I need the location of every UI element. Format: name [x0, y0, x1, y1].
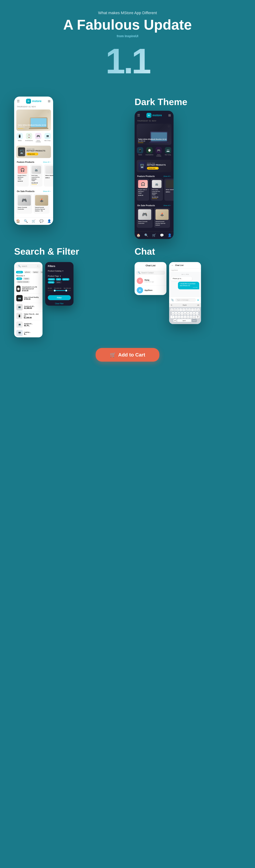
notebook-3[interactable]: 💻 Notebook... $2,78... [14, 320, 42, 329]
on-sale-show-all[interactable]: Show All > [43, 190, 51, 192]
key-w[interactable]: w [173, 308, 176, 311]
key-m[interactable]: m [193, 315, 195, 318]
dark-nav-profile[interactable]: 👤 [168, 234, 171, 237]
dark-cat-tablets[interactable]: 📱 Tablets [136, 147, 144, 157]
filter-product-smartwatch[interactable]: ⌚ Smartwatch 2.0 LTE Wifi Waterproof $72… [14, 284, 42, 293]
key-t[interactable]: t [182, 308, 185, 311]
key-x[interactable]: x [178, 315, 181, 318]
dark-nav-cart[interactable]: 🛒 [152, 234, 156, 237]
search-clear-icon[interactable]: ✕ [37, 265, 39, 267]
dark-feature-show-all[interactable]: Show All > [163, 176, 171, 177]
key-h[interactable]: h [187, 312, 189, 315]
key-o[interactable]: o [194, 308, 197, 311]
dark-nav-search[interactable]: 🔍 [144, 234, 148, 237]
key-p[interactable]: p [197, 308, 199, 311]
category-tablets[interactable]: 📱 Tablets [15, 133, 24, 143]
filter-catalog-label[interactable]: Product Catalog ▼ [48, 270, 71, 272]
key-y[interactable]: y [185, 308, 188, 311]
suggestion-thank[interactable]: thank [173, 304, 196, 306]
dark-cat-smartwatches[interactable]: ⌚ Smartwatches [146, 147, 154, 157]
recent-tablet[interactable]: Tablet [23, 277, 30, 280]
category-game-consoles[interactable]: 🎮 Game Consoles [34, 133, 42, 143]
key-g[interactable]: g [184, 312, 186, 315]
chat-item-appstore[interactable]: A AppStore [135, 286, 166, 295]
dark-nav-home[interactable]: 🏠 [136, 234, 140, 237]
key-shift[interactable]: ⇧ [170, 315, 174, 318]
add-to-cart-button[interactable]: 🛒 Add to Cart [96, 348, 159, 362]
dark-grid-icon[interactable]: ⊞ [168, 114, 171, 117]
notebook-1[interactable]: 💻 Notebook Bl... $1,999.00 [14, 303, 42, 312]
category-smartwatches[interactable]: ⌚ Smartwatches [25, 133, 33, 143]
dark-product-white[interactable]: White SMART $559.0 [164, 179, 173, 201]
nav-chat-icon[interactable]: 💬 [39, 219, 43, 223]
sale-card-controller[interactable]: 🎮 Game Console Controller [16, 194, 32, 214]
laptop-item[interactable]: 🖥️ Laptop... $... [14, 329, 42, 337]
key-e[interactable]: e [177, 308, 179, 311]
attach-icon[interactable]: 📎 [171, 299, 174, 301]
dark-cat-game[interactable]: 🎮 Game Consoles [155, 147, 163, 157]
filter-button[interactable]: Filter [48, 295, 71, 300]
key-c[interactable]: c [181, 315, 183, 318]
dark-cat-mac[interactable]: 💻 Mac Comp. [164, 147, 172, 157]
dark-menu-icon[interactable]: ☰ [137, 114, 140, 117]
key-return[interactable]: return [192, 319, 197, 322]
tag-laptop[interactable]: laptop [32, 271, 39, 273]
key-z[interactable]: z [175, 315, 178, 318]
dark-product-headphones[interactable]: 🎧 Purple Solo 2 Wireless - TONY $248.00 [137, 179, 149, 201]
product-card-printer[interactable]: 🖨️ Full Color LaserJet Pro M452dh - TONY… [30, 164, 42, 187]
send-icon[interactable]: ➤ [197, 299, 199, 301]
filter-tag-tablet[interactable]: tablet [55, 281, 62, 283]
dark-product-printer[interactable]: 🖨️ Full Color LaserJet Pro M452dh - TONY… [151, 179, 163, 201]
filter-tags-label[interactable]: Product Tags ▼ [48, 275, 71, 277]
key-j[interactable]: j [190, 312, 192, 315]
nav-profile-icon[interactable]: 👤 [47, 219, 51, 223]
key-n[interactable]: n [190, 315, 192, 318]
grid-icon[interactable]: ⊞ [48, 99, 51, 103]
dark-shop-btn[interactable]: Shop now 🌟 [147, 167, 159, 169]
key-k[interactable]: k [193, 312, 195, 315]
menu-icon[interactable]: ☰ [17, 99, 20, 103]
recent-mac[interactable]: mac [16, 277, 22, 280]
key-q[interactable]: q [170, 308, 173, 311]
key-u[interactable]: u [188, 308, 191, 311]
key-backspace[interactable]: ⌫ [196, 315, 199, 318]
key-f[interactable]: f [181, 312, 183, 315]
nav-search-icon[interactable]: 🔍 [24, 219, 28, 223]
dark-sale-console[interactable]: 🕹️ GameConsole Destiny Special Edition [154, 208, 170, 228]
shop-now-button[interactable]: Shop now 🌟 [27, 153, 38, 155]
key-l[interactable]: l [196, 312, 198, 315]
nav-cart-icon[interactable]: 🛒 [32, 219, 36, 223]
key-space[interactable]: space [177, 319, 191, 322]
suggestion-hi[interactable]: hi [171, 304, 172, 306]
dark-on-sale-show-all[interactable]: Show All > [163, 205, 171, 207]
range-track[interactable] [48, 290, 71, 291]
tag-iphone[interactable]: iphone [24, 271, 31, 273]
filter-tag-strong[interactable]: strong [48, 281, 55, 283]
key-d[interactable]: d [178, 312, 180, 315]
dark-nav-chat[interactable]: 💬 [160, 234, 164, 237]
filter-tag-feature[interactable]: feature [48, 278, 55, 280]
suggestion-oki[interactable]: oki [197, 304, 199, 306]
filter-tag-gaming[interactable]: gaming [62, 278, 69, 280]
wishlist-icon[interactable]: ♡ [47, 111, 50, 114]
key-i[interactable]: i [191, 308, 194, 311]
category-mac[interactable]: 💻 Mac Comp. [43, 133, 52, 143]
tag-watch[interactable]: watch [16, 271, 23, 273]
chat-search-placeholder[interactable]: Search Contact [141, 272, 154, 274]
sale-card-console[interactable]: 🕹️ GameConsole Destiny Special Edition -… [34, 194, 50, 214]
key-num[interactable]: 123 [173, 319, 177, 322]
filter-product-gear[interactable]: 🥽 Gear Virtual Reality $799.00 [14, 293, 42, 303]
key-r[interactable]: r [180, 308, 182, 311]
clear-filter[interactable]: Clear Filter [45, 302, 73, 306]
range-thumb-right[interactable] [65, 289, 67, 292]
feature-show-all[interactable]: Show All > [43, 161, 51, 163]
back-button[interactable]: ← [171, 264, 174, 267]
dark-sale-controller[interactable]: 🎮 Game Console Controller [137, 208, 153, 228]
range-thumb-left[interactable] [54, 289, 56, 292]
nav-home-icon[interactable]: 🏠 [16, 219, 20, 223]
key-a[interactable]: a [172, 312, 174, 315]
product-card-headphones[interactable]: 🎧 Purple Solo 2 Wireless - TONY $248.00 [16, 164, 29, 187]
recent-console[interactable]: Game Console [16, 281, 30, 283]
key-v[interactable]: v [184, 315, 186, 318]
key-b[interactable]: b [187, 315, 189, 318]
